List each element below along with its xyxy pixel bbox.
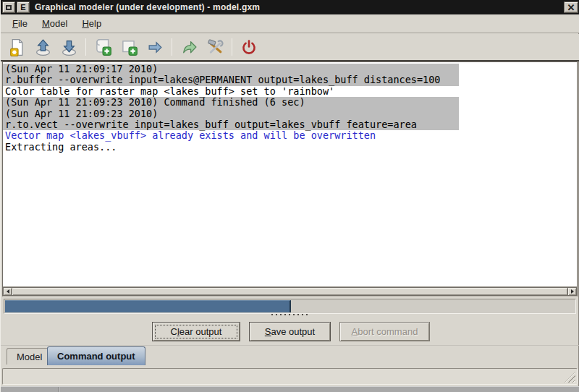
toolbar-separator — [85, 38, 86, 56]
progress-bar — [4, 299, 576, 314]
window-title: Graphical modeler (under development) - … — [35, 2, 564, 12]
titlebar: E Graphical modeler (under development) … — [1, 0, 579, 14]
tab-command-output-label: Command output — [57, 351, 135, 362]
graphical-modeler-window: E Graphical modeler (under development) … — [0, 0, 579, 392]
save-model-button[interactable] — [57, 36, 80, 58]
menu-file[interactable]: File — [5, 16, 35, 31]
menubar: File Model Help — [1, 14, 579, 33]
quit-power-icon — [240, 38, 258, 56]
open-model-button[interactable] — [31, 36, 54, 58]
statusbar — [2, 368, 578, 385]
close-button[interactable]: ✕ — [564, 1, 578, 13]
command-output-console[interactable]: (Sun Apr 11 21:09:17 2010) r.buffer --ov… — [2, 61, 578, 297]
scroll-right-icon — [571, 289, 574, 294]
define-relation-button[interactable] — [143, 36, 166, 58]
open-model-icon — [34, 38, 52, 56]
add-action-button[interactable] — [91, 36, 114, 58]
scroll-left-button[interactable] — [3, 287, 12, 296]
add-action-icon — [93, 38, 112, 56]
console-line: Extracting areas... — [3, 142, 577, 153]
save-output-button[interactable]: Save output — [249, 322, 331, 341]
run-model-button[interactable] — [177, 36, 200, 58]
quit-button[interactable] — [237, 36, 261, 58]
tab-command-output[interactable]: Command output — [47, 346, 145, 365]
tab-model-label: Model — [17, 351, 42, 362]
new-model-button[interactable] — [5, 36, 28, 58]
console-line: Color table for raster map <lakes_buff> … — [3, 86, 577, 97]
console-line: (Sun Apr 11 21:09:23 2010) Command finis… — [3, 97, 459, 108]
menu-help[interactable]: Help — [75, 16, 109, 31]
add-data-button[interactable] — [117, 36, 140, 58]
abort-command-button[interactable]: Abort command — [339, 322, 430, 341]
clear-output-button[interactable]: Clear output — [152, 322, 240, 341]
console-line: (Sun Apr 11 21:09:17 2010) — [3, 64, 459, 74]
tabbar: Model Command output — [1, 345, 579, 365]
window-menu-button[interactable] — [2, 1, 15, 13]
add-data-icon — [119, 38, 138, 56]
window-menu-icon — [6, 5, 12, 10]
validate-model-icon — [206, 38, 224, 56]
define-relation-icon — [146, 38, 164, 56]
console-text: (Sun Apr 11 21:09:17 2010) r.buffer --ov… — [3, 62, 577, 286]
toolbar-separator — [232, 38, 232, 56]
desktop-taskbar-strip — [1, 386, 579, 392]
console-line: r.to.vect --overwrite input=lakes_buff o… — [3, 119, 459, 130]
taskbar-divider — [59, 387, 60, 392]
scroll-left-icon — [7, 289, 9, 294]
console-horizontal-scrollbar[interactable] — [3, 286, 577, 296]
console-line: Vector map <lakes_vbuff> already exists … — [3, 130, 577, 141]
resize-grip-icon[interactable] — [565, 372, 575, 383]
app-icon-letter: E — [20, 3, 25, 12]
scroll-right-button[interactable] — [567, 287, 577, 296]
menu-model[interactable]: Model — [35, 16, 75, 31]
toolbar-separator — [172, 38, 172, 56]
close-icon: ✕ — [567, 3, 575, 12]
sash-grip[interactable] — [271, 312, 309, 316]
validate-model-button[interactable] — [203, 36, 227, 58]
toolbar — [1, 34, 579, 60]
run-model-icon — [180, 38, 198, 56]
progress-fill — [5, 300, 291, 312]
new-model-icon — [8, 38, 26, 56]
console-line: r.buffer --overwrite input=lakes@PERMANE… — [3, 74, 459, 85]
app-icon: E — [17, 1, 30, 13]
tab-model[interactable]: Model — [7, 348, 52, 365]
save-model-icon — [60, 38, 78, 56]
scrollbar-thumb[interactable] — [12, 287, 567, 296]
console-line: (Sun Apr 11 21:09:23 2010) — [3, 108, 459, 119]
